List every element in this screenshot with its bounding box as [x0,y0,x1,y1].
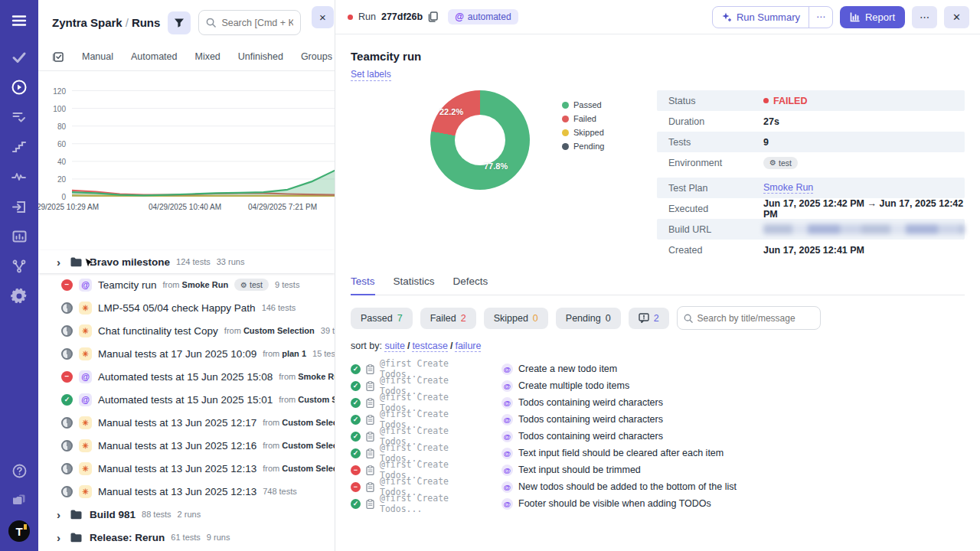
milestone-row[interactable]: › Bravo milestone 124 tests 33 runs [38,250,335,273]
filter-button[interactable] [168,11,191,34]
folder-icon [70,533,82,543]
test-title: Todos containing weird characters [518,414,663,425]
tab-tests[interactable]: Tests [351,276,375,295]
run-title: Automated tests at 15 Jun 2025 15:01 [98,394,273,406]
sort-by-failure-link[interactable]: failure [455,341,481,352]
test-plan-link[interactable]: Smoke Run [763,182,813,194]
run-row[interactable]: ✳ Chat functinality test Copy from Custo… [38,319,335,342]
tests-check-icon[interactable] [9,47,29,67]
test-title: Footer should be visible when adding TOD… [518,498,711,509]
folder-icon [70,510,82,520]
breadcrumb: Zyntra Spark/Runs [52,16,160,29]
set-labels-link[interactable]: Set labels [351,69,391,81]
report-button[interactable]: Report [840,6,905,28]
close-panel-button[interactable]: × [312,6,334,28]
detail-row-duration: Duration 27s [657,111,965,132]
search-input[interactable] [221,18,293,28]
test-suite: @first Create Todos... [380,493,496,512]
run-summary-more-button[interactable]: ⋯ [808,7,832,28]
folder-runs-count: 2 runs [178,510,201,519]
test-status-icon [351,364,361,374]
detail-row-created: Created Jun 17, 2025 12:41 PM [657,240,965,260]
sort-by-suite-link[interactable]: suite [384,341,404,352]
run-row[interactable]: ✳ LMP-554 05/04 check Happy Path 146 tes… [38,296,335,319]
automated-icon: @ [501,414,513,425]
status-icon [61,417,73,429]
run-row[interactable]: ✳ Manual tests at 13 Jun 2025 12:17 from… [38,411,335,434]
filter-comments-button[interactable]: 2 [629,308,669,329]
status-icon [61,325,73,337]
automated-badge[interactable]: @ automated [448,9,518,24]
search-icon [684,314,693,323]
tab-unfinished[interactable]: Unfinished [238,51,283,62]
sort-separator: / [405,341,412,351]
chevron-right-icon[interactable]: › [57,509,64,520]
filter-skipped-button[interactable]: Skipped0 [484,308,548,329]
test-status-icon [351,482,361,492]
tests-search-input[interactable] [697,313,814,324]
chevron-right-icon[interactable]: › [57,532,64,543]
tab-statistics[interactable]: Statistics [394,276,435,295]
run-row[interactable]: ✳ Manual tests at 13 Jun 2025 12:16 from… [38,434,335,457]
filter-pending-button[interactable]: Pending0 [556,308,621,329]
legend-dot [562,116,569,122]
run-row[interactable]: @ Automated tests at 15 Jun 2025 15:08 f… [38,365,335,388]
run-row[interactable]: ✳ Manual tests at 13 Jun 2025 12:13 from… [38,457,335,480]
import-signin-icon[interactable] [9,197,29,217]
run-row[interactable]: @ Teamcity run from Smoke Run ⚙test 9 te… [38,273,335,296]
logo-letter: T [15,525,22,538]
run-summary-section: 22.2% 77.8% Passed Failed Skipped Pendin… [351,90,965,260]
run-row[interactable]: ✳ Manual tests at 17 Jun 2025 10:09 from… [38,342,335,365]
donut-passed-label: 77.8% [484,161,508,171]
tab-manual[interactable]: Manual [82,51,113,62]
folder-row[interactable]: › Build 981 88 tests 2 runs [38,503,335,526]
detail-row-environment: Environment ⚙test [657,152,965,173]
help-icon[interactable] [9,461,29,481]
run-tests-count: 9 tests [275,280,299,289]
app-logo[interactable]: T [8,520,30,542]
clipboard-icon [366,482,374,492]
branches-icon[interactable] [9,256,29,276]
tab-defects[interactable]: Defects [453,276,488,295]
runs-play-icon[interactable] [9,77,29,97]
tests-search[interactable] [677,306,821,330]
sparkle-icon [721,11,732,22]
run-detail-panel: Run 277df26b @ automated Run Summary ⋯ R… [335,0,980,551]
gear-icon: ⚙ [240,281,247,289]
run-type-icon: @ [79,279,92,292]
clipboard-icon [366,381,374,391]
settings-gear-icon[interactable] [9,286,29,306]
folder-row[interactable]: › Release: Rerun 61 tests 9 runs [38,526,335,549]
analytics-board-icon[interactable] [9,227,29,246]
test-row[interactable]: @first Create Todos... @ Footer should b… [351,495,965,512]
filter-failed-button[interactable]: Failed2 [420,308,476,329]
projects-folder-icon[interactable] [9,491,29,510]
run-summary-button[interactable]: Run Summary [713,7,808,28]
test-plans-icon[interactable] [9,107,29,127]
tab-mixed[interactable]: Mixed [194,51,220,62]
copy-icon[interactable] [428,11,438,22]
automated-icon: @ [501,364,513,375]
filter-passed-button[interactable]: Passed7 [351,308,413,329]
automated-icon: @ [501,380,513,392]
runs-search[interactable] [198,10,301,35]
run-type-icon: ✳ [79,302,92,315]
select-all-icon[interactable] [52,51,64,63]
run-type-icon: ✳ [79,347,92,360]
sort-by-testcase-link[interactable]: testcase [412,341,448,352]
chevron-right-icon[interactable]: › [57,256,64,268]
hamburger-menu-icon[interactable] [9,11,29,31]
test-status-icon [351,432,361,442]
automated-badge-label: automated [468,11,511,22]
tab-automated[interactable]: Automated [131,51,177,62]
legend-dot [562,143,569,150]
tab-groups[interactable]: Groups [301,51,332,62]
pulse-activity-icon[interactable] [9,167,29,187]
run-row[interactable]: ✳ Manual tests at 13 Jun 2025 12:13 748 … [38,480,335,503]
run-source: from Custom Selection [224,326,315,335]
detail-row-test-plan: Test Plan Smoke Run [657,178,965,198]
more-actions-button[interactable]: ⋯ [912,6,937,28]
milestones-steps-icon[interactable] [9,137,29,157]
run-row[interactable]: @ Automated tests at 15 Jun 2025 15:01 f… [38,388,335,411]
close-detail-button[interactable]: ✕ [944,6,969,28]
